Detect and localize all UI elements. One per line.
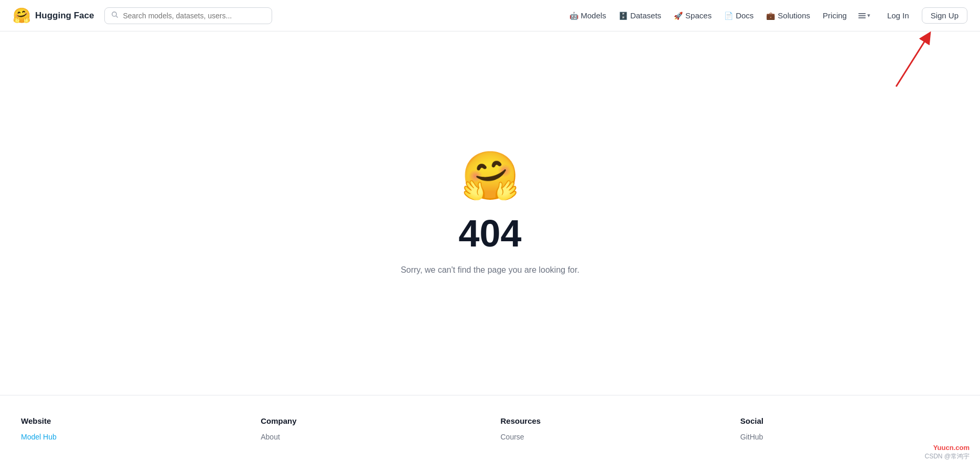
models-icon: 🤖 [569, 12, 578, 20]
svg-point-0 [112, 12, 116, 16]
nav-label-datasets: Datasets [630, 11, 661, 20]
footer-link-course[interactable]: Course [501, 433, 719, 441]
nav-item-models[interactable]: 🤖 Models [564, 8, 611, 23]
error-emoji: 🤗 [461, 152, 520, 199]
signup-button[interactable]: Sign Up [922, 7, 967, 24]
search-icon [111, 11, 119, 20]
footer: Website Model Hub Company About Resource… [0, 395, 980, 461]
footer-link-github[interactable]: GitHub [740, 433, 959, 441]
nav-label-models: Models [581, 11, 606, 20]
footer-col-title-company: Company [261, 416, 479, 425]
more-lines-icon [858, 13, 866, 18]
solutions-icon: 💼 [766, 12, 775, 20]
nav-label-docs: Docs [736, 11, 753, 20]
logo-emoji: 🤗 [13, 8, 31, 23]
nav-label-spaces: Spaces [685, 11, 712, 20]
search-input-wrapper [104, 7, 272, 24]
nav-label-solutions: Solutions [778, 11, 810, 20]
login-button[interactable]: Log In [879, 8, 918, 23]
footer-link-about[interactable]: About [261, 433, 479, 441]
footer-col-website: Website Model Hub [21, 416, 240, 445]
footer-col-title-website: Website [21, 416, 240, 425]
nav-item-docs[interactable]: 📄 Docs [719, 8, 759, 23]
nav-area: 🤖 Models 🗄️ Datasets 🚀 Spaces 📄 Docs 💼 S… [564, 8, 875, 23]
docs-icon: 📄 [724, 12, 733, 20]
footer-grid: Website Model Hub Company About Resource… [21, 416, 959, 445]
datasets-icon: 🗄️ [619, 12, 628, 20]
logo-link[interactable]: 🤗 Hugging Face [13, 8, 94, 23]
svg-line-1 [116, 16, 118, 17]
footer-col-resources: Resources Course [501, 416, 719, 445]
error-code: 404 [458, 212, 521, 255]
nav-item-solutions[interactable]: 💼 Solutions [761, 8, 815, 23]
nav-label-pricing: Pricing [823, 11, 847, 20]
spaces-icon: 🚀 [674, 12, 683, 20]
footer-link-model-hub[interactable]: Model Hub [21, 433, 240, 441]
chevron-down-icon: ▾ [867, 12, 870, 19]
footer-col-social: Social GitHub [740, 416, 959, 445]
search-bar [104, 7, 272, 24]
footer-col-title-resources: Resources [501, 416, 719, 425]
nav-item-datasets[interactable]: 🗄️ Datasets [613, 8, 666, 23]
nav-more-button[interactable]: ▾ [854, 9, 875, 22]
search-input[interactable] [123, 12, 265, 20]
error-message: Sorry, we can't find the page you are lo… [401, 265, 579, 275]
footer-col-company: Company About [261, 416, 479, 445]
auth-area: Log In Sign Up [879, 7, 967, 24]
nav-item-pricing[interactable]: Pricing [817, 8, 852, 23]
footer-col-title-social: Social [740, 416, 959, 425]
header: 🤗 Hugging Face 🤖 Models 🗄️ Datasets 🚀 Sp… [0, 0, 980, 31]
logo-text: Hugging Face [35, 10, 94, 21]
nav-item-spaces[interactable]: 🚀 Spaces [669, 8, 717, 23]
main-content: 🤗 404 Sorry, we can't find the page you … [0, 31, 980, 395]
